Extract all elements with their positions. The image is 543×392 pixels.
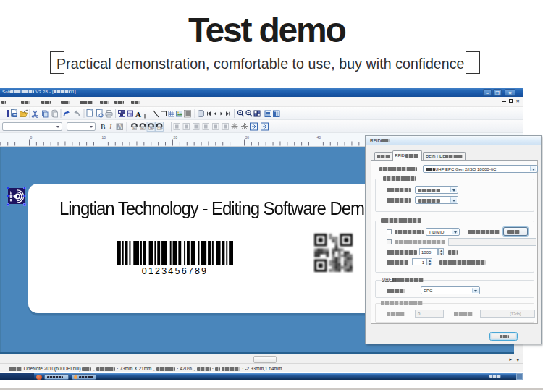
svg-text:0: 0: [30, 135, 33, 140]
svg-text:I: I: [109, 124, 112, 131]
svg-text:270: 270: [158, 127, 163, 130]
svg-text:90: 90: [132, 127, 136, 130]
svg-text:40: 40: [317, 135, 321, 140]
svg-text:10: 10: [102, 135, 106, 140]
svg-text:B: B: [101, 124, 106, 131]
svg-text:A: A: [135, 110, 141, 119]
svg-text:180: 180: [149, 127, 154, 130]
svg-text:90: 90: [141, 127, 145, 130]
svg-text:20: 20: [174, 135, 178, 140]
svg-text:A: A: [118, 123, 122, 130]
svg-text:30: 30: [245, 135, 250, 140]
